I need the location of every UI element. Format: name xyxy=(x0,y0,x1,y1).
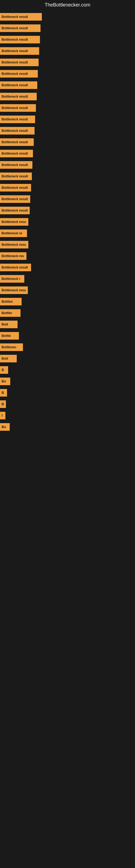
bar-row: Bottleneck resu xyxy=(0,239,135,250)
bar-row: Bott xyxy=(0,353,135,364)
bar-23: Bottleneck r xyxy=(0,275,24,283)
bar-label-33: B xyxy=(2,391,4,395)
bar-row: Bottleneck result xyxy=(0,102,135,114)
bar-label-6: Bottleneck result xyxy=(2,83,28,87)
bar-27: Bott xyxy=(0,321,17,328)
bar-row: Bo xyxy=(0,376,135,387)
bar-19: Bottleneck re xyxy=(0,229,27,237)
bar-1: Bottleneck result xyxy=(0,24,41,32)
bar-17: Bottleneck result xyxy=(0,207,30,214)
bar-31: B xyxy=(0,366,8,374)
bar-33: B xyxy=(0,389,7,397)
bar-label-5: Bottleneck result xyxy=(2,72,28,76)
bar-12: Bottleneck result xyxy=(0,150,33,157)
bar-label-1: Bottleneck result xyxy=(2,26,28,30)
bar-28: Bottle xyxy=(0,332,19,340)
bar-label-14: Bottleneck result xyxy=(2,175,28,178)
bar-label-2: Bottleneck result xyxy=(2,38,28,41)
bar-row: Bottleneck result xyxy=(0,23,135,34)
bar-25: Bottlen xyxy=(0,298,21,305)
bar-29: Bottlenec xyxy=(0,343,23,351)
bar-label-0: Bottleneck result xyxy=(2,15,28,19)
site-title-text: TheBottlenecker.com xyxy=(45,2,90,8)
bar-label-24: Bottleneck resu xyxy=(2,288,26,292)
bar-8: Bottleneck result xyxy=(0,104,36,112)
bar-11: Bottleneck result xyxy=(0,138,34,146)
bar-2: Bottleneck result xyxy=(0,36,40,43)
bar-row: Bottle xyxy=(0,330,135,341)
bar-13: Bottleneck result xyxy=(0,161,32,169)
bar-row: Bottleneck result xyxy=(0,114,135,125)
bar-row: Bottleneck r xyxy=(0,273,135,284)
bar-14: Bottleneck result xyxy=(0,173,32,180)
bar-row: B xyxy=(0,399,135,410)
bar-row: Bottlen xyxy=(0,296,135,307)
bar-label-29: Bottlenec xyxy=(2,345,16,349)
bar-7: Bottleneck result xyxy=(0,93,37,100)
bars-container: Bottleneck resultBottleneck resultBottle… xyxy=(0,11,135,438)
bar-label-11: Bottleneck result xyxy=(2,140,28,144)
bar-label-17: Bottleneck result xyxy=(2,209,28,212)
bar-row: Bott xyxy=(0,319,135,330)
bar-row: Bottleneck result xyxy=(0,125,135,136)
bar-35: I xyxy=(0,412,5,420)
bar-row: I xyxy=(0,410,135,421)
bar-row: Bottleneck result xyxy=(0,34,135,45)
bar-row: B xyxy=(0,364,135,376)
bar-label-20: Bottleneck resu xyxy=(2,243,26,247)
bar-row: Bottleneck result xyxy=(0,11,135,23)
bar-row: Bottleneck result xyxy=(0,91,135,102)
bar-label-3: Bottleneck result xyxy=(2,49,28,53)
bar-row: Bottleneck result xyxy=(0,193,135,205)
bar-label-12: Bottleneck result xyxy=(2,152,28,155)
bar-row: Bottler xyxy=(0,307,135,319)
bar-row: Bottleneck result xyxy=(0,136,135,148)
bar-label-34: B xyxy=(2,402,4,406)
bar-label-25: Bottlen xyxy=(2,300,13,304)
bar-label-28: Bottle xyxy=(2,334,11,338)
bar-30: Bott xyxy=(0,355,17,362)
bar-5: Bottleneck result xyxy=(0,70,38,78)
site-title: TheBottlenecker.com xyxy=(0,0,135,11)
bar-row: Bottleneck result xyxy=(0,262,135,273)
bar-row: Bottleneck resu xyxy=(0,216,135,227)
bar-label-31: B xyxy=(2,368,4,372)
bar-22: Bottleneck result xyxy=(0,264,31,271)
bar-label-10: Bottleneck result xyxy=(2,129,28,133)
bar-label-36: Bo xyxy=(2,425,6,429)
bar-row: Bottleneck re xyxy=(0,227,135,239)
bar-label-32: Bo xyxy=(2,379,6,383)
bar-label-16: Bottleneck result xyxy=(2,197,28,201)
bar-10: Bottleneck result xyxy=(0,127,35,134)
bar-row: Bottlenec xyxy=(0,341,135,353)
bar-26: Bottler xyxy=(0,309,20,317)
bar-label-22: Bottleneck result xyxy=(2,266,28,269)
bar-0: Bottleneck result xyxy=(0,13,42,21)
bar-row: Bottleneck result xyxy=(0,205,135,216)
bar-32: Bo xyxy=(0,378,10,385)
bar-24: Bottleneck resu xyxy=(0,286,28,294)
bar-3: Bottleneck result xyxy=(0,47,39,55)
bar-row: Bottleneck result xyxy=(0,148,135,159)
bar-label-27: Bott xyxy=(2,322,8,326)
bar-20: Bottleneck resu xyxy=(0,241,28,248)
bar-4: Bottleneck result xyxy=(0,59,39,66)
bar-label-23: Bottleneck r xyxy=(2,277,20,281)
bar-15: Bottleneck result xyxy=(0,184,31,191)
bar-9: Bottleneck result xyxy=(0,116,35,123)
bar-label-7: Bottleneck result xyxy=(2,95,28,98)
bar-label-15: Bottleneck result xyxy=(2,186,28,190)
bar-label-35: I xyxy=(2,414,2,417)
bar-row: Bottleneck result xyxy=(0,159,135,170)
bar-6: Bottleneck result xyxy=(0,82,37,89)
bar-label-30: Bott xyxy=(2,357,8,361)
bar-21: Bottleneck res xyxy=(0,252,27,260)
bar-label-18: Bottleneck resu xyxy=(2,220,26,224)
bar-label-19: Bottleneck re xyxy=(2,231,22,235)
bar-row: Bottleneck resu xyxy=(0,284,135,296)
bar-label-21: Bottleneck res xyxy=(2,254,24,258)
bar-row: Bottleneck result xyxy=(0,80,135,91)
bar-label-4: Bottleneck result xyxy=(2,61,28,64)
bar-row: B xyxy=(0,387,135,399)
bar-label-26: Bottler xyxy=(2,311,12,315)
